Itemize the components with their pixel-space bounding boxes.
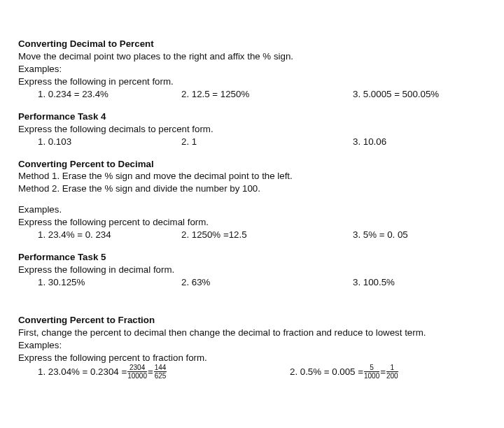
denominator: 1000 — [364, 372, 379, 380]
heading: Converting Percent to Decimal — [18, 158, 486, 171]
example-row: 1. 23.4% = 0. 234 2. 1250% =12.5 3. 5% =… — [18, 229, 486, 241]
method-2: Method 2. Erase the % sign and divide th… — [18, 183, 486, 195]
example-item: 1. 0.234 = 23.4% — [38, 88, 181, 101]
prompt: Express the following percent to decimal… — [18, 216, 486, 229]
prompt: Express the following decimals to percen… — [18, 123, 486, 136]
numerator: 5 — [364, 364, 379, 373]
example-item: 3. 5% = 0. 05 — [353, 229, 486, 241]
question-row: 1. 0.103 2. 1 3. 10.06 — [18, 136, 486, 148]
question-item: 1. 0.103 — [38, 136, 181, 148]
prompt: Express the following percent to fractio… — [18, 352, 486, 364]
question-item: 2. 63% — [181, 276, 353, 289]
example-item: 2. 12.5 = 1250% — [181, 88, 353, 101]
lead-text: 2. 0.5% = 0.005 = — [290, 366, 363, 378]
question-item: 1. 30.125% — [38, 276, 181, 289]
fraction: 2304 10000 — [127, 364, 148, 380]
denominator: 625 — [154, 372, 167, 380]
heading: Converting Decimal to Percent — [18, 38, 486, 50]
examples-label: Examples: — [18, 63, 486, 76]
examples-label: Examples: — [18, 339, 486, 352]
section-dec-to-pct: Converting Decimal to Percent Move the d… — [18, 38, 486, 101]
fraction: 5 1000 — [363, 364, 380, 380]
rule-text: Move the decimal point two places to the… — [18, 50, 486, 63]
fraction: 144 625 — [153, 364, 168, 380]
performance-task-5: Performance Task 5 Express the following… — [18, 251, 486, 289]
equals-sign: = — [380, 366, 386, 378]
equals-sign: = — [148, 366, 153, 378]
example-row: 1. 0.234 = 23.4% 2. 12.5 = 1250% 3. 5.00… — [18, 88, 486, 101]
section-pct-to-dec: Converting Percent to Decimal Method 1. … — [18, 158, 486, 242]
numerator: 2304 — [127, 364, 147, 373]
question-row: 1. 30.125% 2. 63% 3. 100.5% — [18, 276, 486, 289]
numerator: 1 — [386, 364, 398, 373]
prompt: Express the following in percent form. — [18, 76, 486, 88]
document-page: Converting Decimal to Percent Move the d… — [0, 0, 504, 387]
question-item: 3. 10.06 — [353, 136, 486, 148]
method-1: Method 1. Erase the % sign and move the … — [18, 170, 486, 183]
question-item: 2. 1 — [181, 136, 353, 148]
question-item: 3. 100.5% — [353, 276, 486, 289]
numerator: 144 — [154, 364, 167, 373]
example-item: 2. 1250% =12.5 — [181, 229, 353, 241]
fraction: 1 200 — [386, 364, 399, 380]
performance-task-4: Performance Task 4 Express the following… — [18, 110, 486, 148]
lead-text: 1. 23.04% = 0.2304 = — [38, 366, 127, 378]
heading: Performance Task 4 — [18, 110, 486, 123]
section-pct-to-frac: Converting Percent to Fraction First, ch… — [18, 314, 486, 380]
heading: Performance Task 5 — [18, 251, 486, 264]
denominator: 10000 — [127, 372, 147, 380]
prompt: Express the following in decimal form. — [18, 264, 486, 276]
example-item: 1. 23.4% = 0. 234 — [38, 229, 181, 241]
rule-text: First, change the percent to decimal the… — [18, 327, 486, 339]
example-row: 1. 23.04% = 0.2304 = 2304 10000 = 144 62… — [18, 364, 486, 380]
heading: Converting Percent to Fraction — [18, 314, 486, 327]
example-item: 2. 0.5% = 0.005 = 5 1000 = 1 200 — [290, 364, 461, 380]
denominator: 200 — [386, 372, 398, 380]
spacer — [18, 195, 486, 204]
example-item: 1. 23.04% = 0.2304 = 2304 10000 = 144 62… — [38, 364, 290, 380]
example-item: 3. 5.0005 = 500.05% — [353, 88, 486, 101]
examples-label: Examples. — [18, 204, 486, 216]
